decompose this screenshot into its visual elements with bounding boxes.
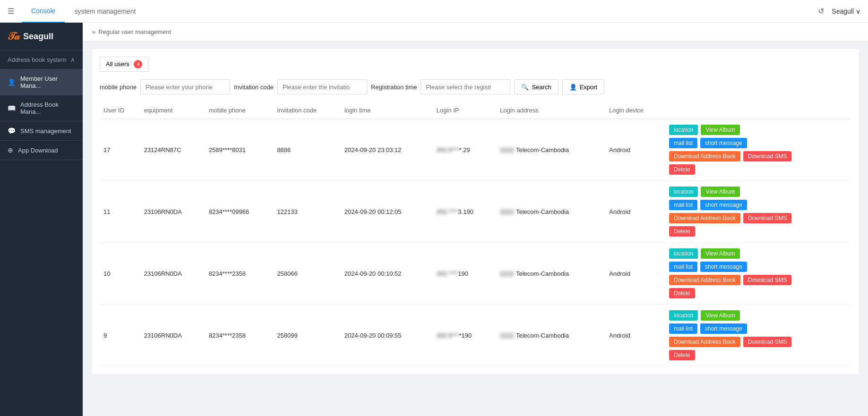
download-sms-button[interactable]: Download SMS — [743, 151, 792, 161]
view-album-button[interactable]: View Album — [701, 248, 739, 259]
cell-actions: location View Album mail list short mess… — [665, 119, 851, 181]
chevron-down-icon: ∨ — [856, 8, 860, 15]
sidebar-item-app-download[interactable]: ⊕ App Download — [0, 141, 83, 160]
short-message-button[interactable]: short message — [700, 262, 747, 272]
view-album-button[interactable]: View Album — [701, 310, 739, 321]
mobile-phone-input[interactable] — [140, 79, 230, 94]
cell-invitation-code: 258099 — [273, 305, 340, 366]
short-message-button[interactable]: short message — [700, 200, 747, 210]
cell-user-id: 10 — [100, 243, 140, 305]
sidebar-item-sms[interactable]: 💬 SMS management — [0, 121, 83, 141]
main-content: All users 4 mobile phone Invitation code… — [83, 42, 868, 416]
download-address-book-button[interactable]: Download Address Book — [669, 151, 740, 161]
col-login-device: Login device — [605, 102, 665, 119]
mail-list-button[interactable]: mail list — [669, 323, 697, 334]
refresh-icon[interactable]: ↺ — [818, 7, 824, 16]
cell-login-address: Telecom-Cambodia — [496, 305, 605, 366]
tab-console[interactable]: Console — [22, 0, 65, 23]
cell-invitation-code: 258066 — [273, 243, 340, 305]
table-header-row: User ID equipment mobile phone Invitatio… — [100, 102, 851, 119]
cell-login-time: 2024-09-20 23:03:12 — [341, 119, 433, 181]
sms-icon: 💬 — [8, 127, 16, 135]
short-message-button[interactable]: short message — [700, 323, 747, 334]
breadcrumb-text: Regular user management — [98, 28, 171, 35]
col-user-id: User ID — [100, 102, 140, 119]
users-table: User ID equipment mobile phone Invitatio… — [100, 102, 851, 366]
tab-system-management[interactable]: system management — [65, 0, 145, 23]
registration-time-input[interactable] — [421, 79, 510, 94]
registration-time-label: Registration time — [371, 84, 417, 91]
download-sms-button[interactable]: Download SMS — [743, 213, 792, 223]
download-sms-button[interactable]: Download SMS — [743, 275, 792, 285]
sidebar-item-address-book[interactable]: 📖 Address Book Mana... — [0, 95, 83, 121]
logo-icon: 𝒯𝒶 — [8, 30, 19, 42]
col-equipment: equipment — [140, 102, 205, 119]
search-button[interactable]: 🔍 Search — [514, 79, 558, 94]
location-button[interactable]: location — [669, 248, 698, 259]
all-users-tab[interactable]: All users 4 — [100, 57, 148, 72]
cell-user-id: 11 — [100, 181, 140, 243]
delete-button[interactable]: Delete — [669, 164, 695, 175]
table-row: 17 23124RN87C 2589****8031 8886 2024-09-… — [100, 119, 851, 181]
mobile-phone-label: mobile phone — [100, 84, 137, 91]
sidebar-system-header[interactable]: Address book system ∧ — [0, 51, 83, 69]
location-button[interactable]: location — [669, 310, 698, 321]
cell-actions: location View Album mail list short mess… — [665, 181, 851, 243]
delete-button[interactable]: Delete — [669, 288, 695, 298]
table-row: 10 23106RN0DA 8234****2358 258066 2024-0… — [100, 243, 851, 305]
plus-circle-icon: ⊕ — [8, 146, 13, 154]
invitation-code-label: Invitation code — [234, 84, 274, 91]
sidebar-item-member-user[interactable]: 👤 Member User Mana... — [0, 69, 83, 95]
cell-mobile-phone: 8234****2358 — [205, 305, 274, 366]
cell-user-id: 9 — [100, 305, 140, 366]
cell-invitation-code: 8886 — [273, 119, 340, 181]
col-login-ip: Login IP — [433, 102, 496, 119]
sidebar: 𝒯𝒶 Seagull Address book system ∧ 👤 Membe… — [0, 23, 83, 416]
all-users-badge: 4 — [134, 60, 142, 68]
cell-login-address: Telecom-Cambodia — [496, 181, 605, 243]
mail-list-button[interactable]: mail list — [669, 138, 697, 148]
col-login-time: login time — [341, 102, 433, 119]
view-album-button[interactable]: View Album — [701, 125, 739, 135]
col-actions — [665, 102, 851, 119]
download-address-book-button[interactable]: Download Address Book — [669, 337, 740, 347]
cell-equipment: 23106RN0DA — [140, 181, 205, 243]
col-login-address: Login address — [496, 102, 605, 119]
download-address-book-button[interactable]: Download Address Book — [669, 275, 740, 285]
breadcrumb: » Regular user management — [83, 23, 868, 42]
cell-equipment: 23106RN0DA — [140, 243, 205, 305]
short-message-button[interactable]: short message — [700, 138, 747, 148]
users-card: All users 4 mobile phone Invitation code… — [92, 49, 859, 374]
invitation-code-input[interactable] — [277, 79, 367, 94]
delete-button[interactable]: Delete — [669, 350, 695, 360]
table-row: 11 23106RN0DA 8234****09966 122133 2024-… — [100, 181, 851, 243]
topbar: ☰ Console system management ↺ Seagull ∨ — [0, 0, 868, 23]
location-button[interactable]: location — [669, 187, 698, 197]
mail-list-button[interactable]: mail list — [669, 262, 697, 272]
cell-login-device: Android — [605, 243, 665, 305]
download-address-book-button[interactable]: Download Address Book — [669, 213, 740, 223]
cell-actions: location View Album mail list short mess… — [665, 305, 851, 366]
delete-button[interactable]: Delete — [669, 226, 695, 237]
cell-login-time: 2024-09-20 00:12:05 — [341, 181, 433, 243]
tab-row: All users 4 — [100, 57, 851, 72]
download-sms-button[interactable]: Download SMS — [743, 337, 792, 347]
cell-login-ip: 202.****190 — [433, 243, 496, 305]
cell-login-ip: 202.****3.190 — [433, 181, 496, 243]
cell-login-device: Android — [605, 305, 665, 366]
cell-login-ip: 202.5****.29 — [433, 119, 496, 181]
location-button[interactable]: location — [669, 125, 698, 135]
cell-login-time: 2024-09-20 00:10:52 — [341, 243, 433, 305]
menu-icon[interactable]: ☰ — [8, 7, 14, 16]
export-button[interactable]: 👤 Export — [562, 79, 605, 94]
collapse-icon: ∧ — [70, 56, 75, 63]
table-row: 9 23106RN0DA 8234****2358 258099 2024-09… — [100, 305, 851, 366]
user-menu[interactable]: Seagull ∨ — [832, 8, 860, 15]
view-album-button[interactable]: View Album — [701, 187, 739, 197]
mail-list-button[interactable]: mail list — [669, 200, 697, 210]
cell-mobile-phone: 8234****09966 — [205, 181, 274, 243]
content: » Regular user management All users 4 mo… — [83, 23, 868, 416]
cell-actions: location View Album mail list short mess… — [665, 243, 851, 305]
cell-login-address: Telecom-Cambodia — [496, 119, 605, 181]
search-icon: 🔍 — [521, 84, 529, 91]
